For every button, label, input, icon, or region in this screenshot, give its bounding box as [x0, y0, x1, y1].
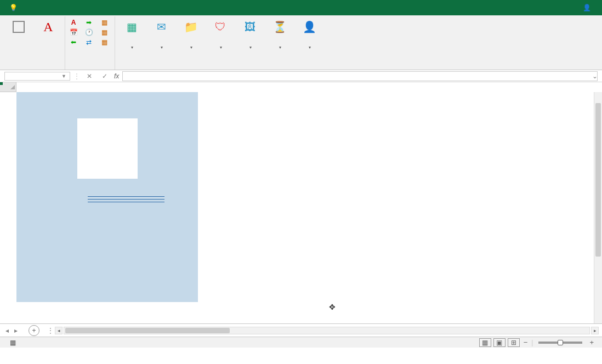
job-value [88, 202, 164, 202]
horizontal-scrollbar[interactable]: ⋮ ◂ ▸ [47, 327, 599, 334]
nav-last-icon[interactable]: ▸ [12, 327, 20, 334]
spreadsheet-grid[interactable]: ✥ [0, 82, 602, 323]
sheet-process-button[interactable]: ▦▾ [117, 18, 146, 60]
employee-card [16, 92, 198, 302]
ribbon-group-locate: A [2, 16, 65, 70]
grid-icon: ▦ [100, 19, 108, 26]
status-bar: ▦ ▦ ▣ ⊞ − | + [0, 337, 602, 348]
clear-validation-button[interactable]: ▦ [98, 27, 112, 37]
cursor-icon: ✥ [329, 303, 336, 311]
dept-label [50, 199, 83, 200]
cancel-button[interactable]: ✕ [83, 72, 95, 80]
fx-icon[interactable]: fx [114, 72, 119, 80]
copy-row-col-size-button[interactable]: ▦ [98, 37, 112, 47]
file-process-button[interactable]: 📁▾ [177, 18, 205, 60]
nav-first-icon[interactable]: ◂ [3, 327, 11, 334]
vertical-scrollbar[interactable] [594, 92, 602, 323]
paste-value-format-button[interactable]: A [34, 18, 63, 60]
a-icon: A [70, 19, 77, 26]
grid-icon: ▦ [100, 38, 108, 46]
grid-blue-icon: ▦ [123, 19, 140, 35]
calendar-icon: 📅 [70, 29, 77, 36]
num-to-date-button[interactable]: 📅 [67, 27, 82, 37]
clock-icon: 🕐 [85, 29, 93, 36]
grid-icon: ▦ [100, 29, 108, 36]
scroll-left-icon[interactable]: ◂ [55, 327, 63, 334]
image-icon: 🖼 [242, 19, 258, 35]
image-process-button[interactable]: 🖼▾ [236, 18, 264, 60]
arrow-left-icon: ⬅ [70, 38, 77, 46]
job-label [50, 202, 83, 202]
envelope-icon: ✉ [153, 19, 169, 35]
paste-display-value-button[interactable]: A [67, 18, 82, 27]
enter-button[interactable]: ✓ [99, 72, 111, 80]
page-layout-button[interactable]: ▣ [493, 338, 506, 347]
formula-bar-row: ▼ ⋮ ✕ ✓ fx ⌄ [0, 70, 602, 82]
zoom-out-button[interactable]: − [522, 338, 530, 346]
square-icon [10, 19, 27, 35]
remove-dup-button[interactable]: ▦ [98, 18, 112, 27]
svg-rect-0 [13, 21, 24, 32]
about-button[interactable]: 👤▾ [295, 18, 323, 60]
photo-placeholder [77, 118, 138, 179]
person-icon: 👤 [301, 19, 317, 35]
protect-button[interactable]: 🛡▾ [206, 18, 235, 60]
name-label [50, 196, 83, 197]
locate-empty-button[interactable] [4, 18, 33, 60]
add-sheet-button[interactable]: + [29, 325, 39, 336]
zoom-in-button[interactable]: + [588, 338, 595, 346]
ribbon-group-data-process: A 📅 ⬅ ➡ 🕐 ⇄ ▦ ▦ ▦ [65, 16, 115, 70]
page-break-button[interactable]: ⊞ [508, 338, 520, 347]
share-button[interactable]: 👤 [583, 4, 600, 12]
add-suffix-button[interactable]: ➡ [83, 18, 97, 27]
mail-merge-button[interactable]: ✉▾ [147, 18, 175, 60]
bulb-icon: 💡 [9, 4, 18, 12]
name-value [88, 196, 164, 197]
letter-a-icon: A [40, 19, 56, 35]
arrow-right-icon: ➡ [85, 19, 93, 26]
scrollbar-thumb[interactable] [595, 103, 601, 257]
ribbon-tabs: 💡 👤 [0, 0, 602, 15]
sheet-tab-bar: ◂ ▸ + ⋮ ◂ ▸ [0, 323, 602, 337]
hourglass-icon: ⏳ [271, 19, 288, 35]
multi-col-swap-button[interactable]: ⇄ [83, 37, 97, 47]
add-prefix-button[interactable]: ⬅ [67, 37, 82, 47]
expand-formula-icon[interactable]: ⌄ [592, 72, 598, 80]
zoom-slider[interactable] [538, 342, 582, 344]
shield-icon: 🛡 [212, 19, 229, 35]
swap-icon: ⇄ [85, 38, 93, 46]
ribbon-group-tools: ▦▾ ✉▾ 📁▾ 🛡▾ 🖼▾ ⏳▾ 👤▾ [115, 16, 326, 70]
tell-me[interactable]: 💡 [2, 0, 27, 15]
folder-icon: 📁 [183, 19, 199, 35]
macro-icon[interactable]: ▦ [10, 339, 16, 346]
text-date-convert-button[interactable]: 🕐 [83, 27, 97, 37]
scrollbar-thumb[interactable] [65, 328, 230, 333]
dept-value [88, 199, 164, 200]
user-icon: 👤 [583, 4, 591, 12]
name-box[interactable]: ▼ [4, 72, 70, 81]
ribbon: A A 📅 ⬅ ➡ 🕐 ⇄ ▦ ▦ ▦ ▦▾ ✉▾ [0, 15, 602, 70]
select-all-corner[interactable] [0, 82, 16, 92]
scroll-right-icon[interactable]: ▸ [591, 327, 599, 334]
info-rw-button[interactable]: ⏳▾ [265, 18, 294, 60]
formula-input[interactable] [122, 71, 598, 81]
normal-view-button[interactable]: ▦ [479, 338, 491, 347]
